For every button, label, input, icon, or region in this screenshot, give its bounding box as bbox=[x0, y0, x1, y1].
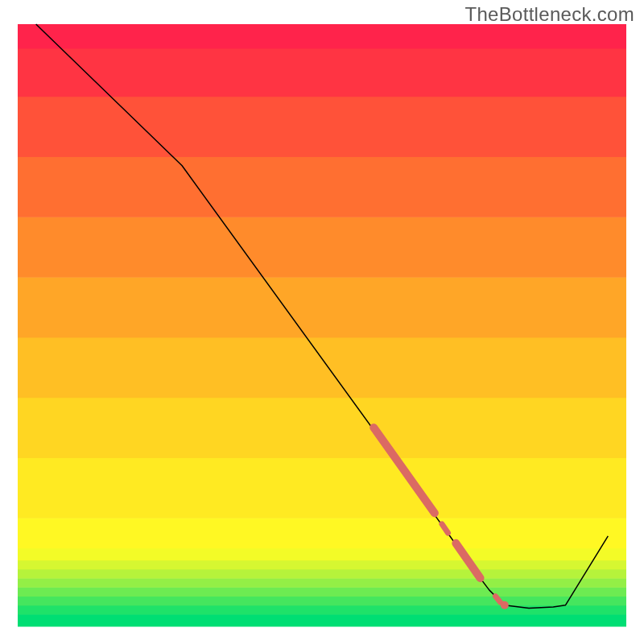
plot-svg bbox=[0, 0, 644, 644]
heat-band bbox=[18, 548, 626, 560]
heat-band bbox=[18, 277, 626, 337]
heat-band bbox=[18, 157, 626, 217]
highlight-dot-low-1 bbox=[495, 597, 500, 602]
heat-band bbox=[18, 398, 626, 458]
heat-band bbox=[18, 587, 626, 597]
heat-band bbox=[18, 560, 626, 570]
highlight-end-dot bbox=[501, 601, 509, 609]
heat-gradient-layer bbox=[18, 24, 626, 627]
heat-band bbox=[18, 578, 626, 588]
bottleneck-chart: TheBottleneck.com bbox=[0, 0, 644, 644]
heat-band bbox=[18, 337, 626, 398]
heat-band bbox=[18, 458, 626, 518]
heat-band bbox=[18, 217, 626, 277]
heat-band bbox=[18, 569, 626, 579]
heat-band bbox=[18, 605, 626, 615]
heat-band bbox=[18, 614, 626, 626]
heat-band bbox=[18, 48, 626, 97]
heat-band bbox=[18, 518, 626, 548]
heat-band bbox=[18, 97, 626, 157]
heat-band bbox=[18, 24, 626, 48]
heat-band bbox=[18, 597, 626, 606]
